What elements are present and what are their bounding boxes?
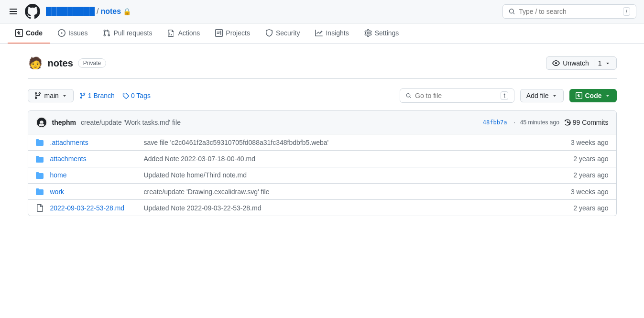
tab-code-label: Code — [26, 29, 43, 37]
commit-message[interactable]: create/update 'Work tasks.md' file — [81, 119, 478, 126]
search-box[interactable]: / — [502, 4, 636, 19]
tab-security[interactable]: Security — [258, 23, 308, 44]
file-name-link[interactable]: work — [50, 188, 136, 196]
github-logo[interactable] — [25, 4, 40, 19]
folder-icon — [36, 155, 44, 163]
nav-tabs: Code Issues Pull requests Actions Projec… — [0, 23, 644, 44]
commit-sha[interactable]: 48fbb7a — [483, 119, 507, 126]
unwatch-count: 1 — [594, 59, 602, 67]
chevron-down-icon — [605, 60, 611, 66]
table-row: home Updated Note home/Third note.md 2 y… — [28, 167, 616, 184]
file-time: 3 weeks ago — [561, 139, 609, 146]
file-name-link[interactable]: .attachments — [50, 139, 136, 146]
issues-icon — [58, 29, 65, 37]
settings-icon — [364, 29, 372, 37]
unwatch-label: Unwatch — [563, 59, 589, 67]
tag-count-label: 0 Tags — [131, 92, 151, 99]
commit-dot: · — [513, 119, 515, 126]
lock-icon: 🔒 — [123, 8, 131, 15]
tag-icon — [122, 92, 129, 99]
main-content: 🧑 notes Private Unwatch 1 main — [16, 44, 628, 228]
security-icon — [265, 29, 273, 37]
goto-file-box[interactable]: t — [400, 88, 514, 103]
tab-insights-label: Insights — [326, 29, 349, 37]
commit-bar: thephm create/update 'Work tasks.md' fil… — [28, 111, 616, 134]
unwatch-button[interactable]: Unwatch 1 — [546, 56, 616, 70]
folder-icon-wrap — [36, 187, 45, 196]
goto-file-input[interactable] — [415, 92, 497, 99]
code-btn-icon — [576, 92, 582, 99]
repo-path: █████████ / notes 🔒 — [46, 7, 131, 16]
folder-icon — [36, 188, 44, 196]
commit-time: 45 minutes ago — [520, 119, 559, 126]
history-icon — [564, 119, 571, 126]
repo-name-link[interactable]: notes — [100, 7, 121, 16]
branch-count-label: 1 Branch — [88, 92, 115, 99]
file-icon — [36, 204, 44, 212]
tab-projects-label: Projects — [226, 29, 250, 37]
file-icon-wrap — [36, 204, 45, 212]
hamburger-menu[interactable] — [8, 7, 19, 16]
code-icon — [15, 29, 23, 37]
tab-issues-label: Issues — [68, 29, 87, 37]
branch-selector[interactable]: main — [28, 89, 74, 102]
commits-link[interactable]: 99 Commits — [564, 119, 609, 126]
branch-name: main — [44, 92, 59, 99]
header-left: █████████ / notes 🔒 — [8, 4, 497, 19]
file-name-link[interactable]: home — [50, 171, 136, 179]
commits-count-label: 99 Commits — [573, 119, 609, 126]
commit-author-name[interactable]: thephm — [52, 119, 76, 126]
code-btn-label: Code — [585, 92, 602, 99]
add-file-button[interactable]: Add file — [520, 89, 564, 102]
site-header: █████████ / notes 🔒 / — [0, 0, 644, 23]
tab-issues[interactable]: Issues — [50, 23, 95, 44]
tab-security-label: Security — [276, 29, 300, 37]
folder-icon — [36, 139, 44, 146]
tab-pull-requests[interactable]: Pull requests — [95, 23, 160, 44]
branch-count-link[interactable]: 1 Branch — [79, 92, 115, 99]
tab-insights[interactable]: Insights — [307, 23, 356, 44]
pull-request-icon — [103, 29, 110, 37]
tag-count-link[interactable]: 0 Tags — [122, 92, 151, 99]
file-table: thephm create/update 'Work tasks.md' fil… — [28, 110, 617, 216]
search-shortcut: / — [623, 7, 630, 16]
search-icon — [509, 8, 515, 15]
tab-pr-label: Pull requests — [113, 29, 152, 37]
add-file-label: Add file — [526, 92, 549, 99]
file-commit-message: save file 'c2c0461f2a3c59310705fd088a31f… — [136, 139, 561, 146]
repo-header: 🧑 notes Private Unwatch 1 — [28, 55, 617, 79]
commit-author-avatar — [36, 117, 47, 128]
file-time: 2 years ago — [561, 204, 609, 212]
branch-icon — [34, 92, 42, 99]
file-name-link[interactable]: 2022-09-03-22-53-28.md — [50, 204, 136, 212]
table-row: .attachments save file 'c2c0461f2a3c5931… — [28, 134, 616, 151]
chevron-down-code — [605, 93, 611, 99]
tab-settings[interactable]: Settings — [357, 23, 407, 44]
projects-icon — [215, 29, 223, 37]
folder-icon — [36, 172, 44, 179]
chevron-down-add — [552, 93, 557, 99]
file-rows-container: .attachments save file 'c2c0461f2a3c5931… — [28, 134, 616, 216]
table-row: work create/update 'Drawing.excalidraw.s… — [28, 184, 616, 200]
insights-icon — [315, 29, 323, 37]
goto-shortcut: t — [501, 91, 508, 100]
toolbar: main 1 Branch 0 Tags — [28, 88, 617, 103]
tab-settings-label: Settings — [375, 29, 399, 37]
tab-projects[interactable]: Projects — [207, 23, 258, 44]
folder-icon-wrap — [36, 138, 45, 146]
tab-actions-label: Actions — [178, 29, 200, 37]
tab-actions[interactable]: Actions — [160, 23, 207, 44]
eye-icon — [552, 59, 560, 67]
table-row: 2022-09-03-22-53-28.md Updated Note 2022… — [28, 200, 616, 216]
search-input[interactable] — [519, 8, 619, 15]
search-file-icon — [406, 92, 411, 99]
file-commit-message: Updated Note 2022-09-03-22-53-28.md — [136, 204, 561, 212]
tab-code[interactable]: Code — [8, 23, 50, 44]
private-badge: Private — [78, 58, 106, 68]
file-commit-message: Added Note 2022-03-07-18-00-40.md — [136, 155, 561, 163]
file-name-link[interactable]: attachments — [50, 155, 136, 163]
file-time: 2 years ago — [561, 155, 609, 163]
file-commit-message: create/update 'Drawing.excalidraw.svg' f… — [136, 188, 561, 196]
org-name[interactable]: █████████ — [46, 7, 95, 16]
code-button[interactable]: Code — [569, 89, 617, 102]
